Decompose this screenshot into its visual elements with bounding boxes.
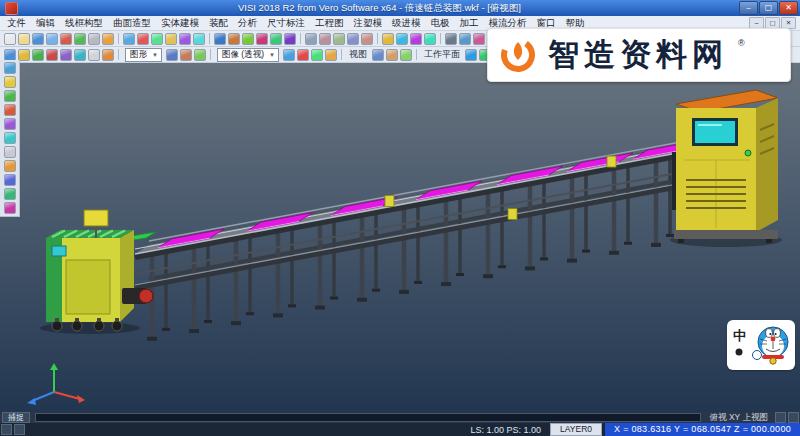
toolbar-icon[interactable] bbox=[88, 33, 100, 45]
menu-item-级进模[interactable]: 级进模 bbox=[387, 16, 426, 30]
toolbar-icon[interactable] bbox=[228, 33, 240, 45]
toolbar-icon[interactable] bbox=[465, 49, 477, 61]
menu-item-实体建模[interactable]: 实体建模 bbox=[156, 16, 204, 30]
toolbar-icon[interactable] bbox=[325, 49, 337, 61]
toolbar-icon[interactable] bbox=[194, 49, 206, 61]
menu-item-加工[interactable]: 加工 bbox=[455, 16, 484, 30]
toolbar-icon[interactable] bbox=[60, 33, 72, 45]
toolbar-icon[interactable] bbox=[102, 33, 114, 45]
status-icon[interactable] bbox=[775, 412, 786, 423]
toolbar-icon[interactable] bbox=[347, 33, 359, 45]
toolbar-icon[interactable] bbox=[473, 33, 485, 45]
toolbar-icon[interactable] bbox=[372, 49, 384, 61]
toolbar-icon[interactable] bbox=[166, 49, 178, 61]
conveyor-line bbox=[135, 138, 702, 341]
toolbar-icon[interactable] bbox=[193, 33, 205, 45]
menu-item-曲面造型[interactable]: 曲面造型 bbox=[108, 16, 156, 30]
toolbar-icon[interactable] bbox=[445, 33, 457, 45]
toolbar-icon[interactable] bbox=[361, 33, 373, 45]
toolbar-icon[interactable] bbox=[305, 33, 317, 45]
maximize-button[interactable]: ▢ bbox=[759, 1, 778, 15]
toolbar-icon[interactable] bbox=[4, 33, 16, 45]
menu-item-电极[interactable]: 电极 bbox=[426, 16, 455, 30]
toolbar-icon[interactable] bbox=[424, 33, 436, 45]
toolbar-icon[interactable] bbox=[214, 33, 226, 45]
minimize-button[interactable]: – bbox=[739, 1, 758, 15]
toolbar-icon[interactable] bbox=[4, 188, 16, 200]
toolbar-icon[interactable] bbox=[32, 49, 44, 61]
toolbar-icon[interactable] bbox=[410, 33, 422, 45]
toolbar-icon[interactable] bbox=[4, 62, 16, 74]
watermark-text: 智造资料网 bbox=[548, 34, 728, 76]
toolbar-separator bbox=[118, 49, 119, 60]
toolbar-separator bbox=[300, 33, 301, 44]
menu-item-工程图[interactable]: 工程图 bbox=[310, 16, 349, 30]
toolbar-icon[interactable] bbox=[297, 49, 309, 61]
toolbar-separator bbox=[416, 49, 417, 60]
toolbar-icon[interactable] bbox=[284, 33, 296, 45]
toolbar-icon[interactable] bbox=[4, 76, 16, 88]
toolbar-icon[interactable] bbox=[180, 49, 192, 61]
toolbar-icon[interactable] bbox=[4, 160, 16, 172]
toolbar-icon[interactable] bbox=[46, 49, 58, 61]
toolbar-icon[interactable] bbox=[319, 33, 331, 45]
toolbar-icon[interactable] bbox=[88, 49, 100, 61]
layer-selector[interactable]: LAYER0 bbox=[550, 423, 602, 436]
toolbar-icon[interactable] bbox=[396, 33, 408, 45]
toolbar-icon[interactable] bbox=[4, 49, 16, 61]
toolbar-icon[interactable] bbox=[151, 33, 163, 45]
status-icon[interactable] bbox=[1, 424, 12, 435]
toolbar-icon[interactable] bbox=[165, 33, 177, 45]
toolbar-icon[interactable] bbox=[4, 174, 16, 186]
view-mode-label[interactable]: 俯视 XY 上视图 bbox=[704, 412, 774, 424]
toolbar-icon[interactable] bbox=[256, 33, 268, 45]
toolbar-icon[interactable] bbox=[4, 90, 16, 102]
toolbar-icon[interactable] bbox=[18, 49, 30, 61]
toolbar-icon[interactable] bbox=[4, 146, 16, 158]
toolbar-icon[interactable] bbox=[382, 33, 394, 45]
toolbar-icon[interactable] bbox=[137, 33, 149, 45]
toolbar-icon[interactable] bbox=[386, 49, 398, 61]
toolbar-icon[interactable] bbox=[283, 49, 295, 61]
toolbar-icon[interactable] bbox=[46, 33, 58, 45]
menu-item-尺寸标注[interactable]: 尺寸标注 bbox=[262, 16, 310, 30]
toolbar-icon[interactable] bbox=[123, 33, 135, 45]
toolbar-icon[interactable] bbox=[4, 202, 16, 214]
toolbar-icon[interactable] bbox=[32, 33, 44, 45]
toolbar-icon[interactable] bbox=[4, 132, 16, 144]
toolbar-icon[interactable] bbox=[179, 33, 191, 45]
menu-item-注塑模[interactable]: 注塑模 bbox=[349, 16, 388, 30]
toolbar-icon[interactable] bbox=[400, 49, 412, 61]
toolbar-icon[interactable] bbox=[102, 49, 114, 61]
toolbar-combo[interactable]: 图形▼ bbox=[125, 48, 162, 62]
menu-item-编辑[interactable]: 编辑 bbox=[31, 16, 60, 30]
toolbar-icon[interactable] bbox=[459, 33, 471, 45]
toolbar-icon[interactable] bbox=[60, 49, 72, 61]
toolbar-icon[interactable] bbox=[4, 118, 16, 130]
toolbar-separator bbox=[118, 33, 119, 44]
toolbar-icon[interactable] bbox=[242, 33, 254, 45]
visi-app-window: VISI 2018 R2 from Vero Software x64 - 倍速… bbox=[0, 0, 800, 436]
viewport-3d[interactable] bbox=[0, 60, 800, 412]
command-input[interactable] bbox=[35, 413, 701, 422]
toolbar-icon[interactable] bbox=[18, 33, 30, 45]
chevron-down-icon: ▼ bbox=[269, 52, 275, 58]
snap-button[interactable]: 捕捉 bbox=[2, 412, 30, 423]
menu-item-线框构型[interactable]: 线框构型 bbox=[60, 16, 108, 30]
left-toolbar bbox=[0, 60, 20, 217]
menu-item-装配[interactable]: 装配 bbox=[204, 16, 233, 30]
status-icon[interactable] bbox=[14, 424, 25, 435]
menu-item-分析[interactable]: 分析 bbox=[233, 16, 262, 30]
toolbar-icon[interactable] bbox=[333, 33, 345, 45]
toolbar-icon[interactable] bbox=[74, 49, 86, 61]
watermark-banner: 智造资料网 ® bbox=[487, 28, 791, 82]
toolbar-combo[interactable]: 图像 (透视)▼ bbox=[217, 48, 279, 62]
toolbar-icon[interactable] bbox=[4, 104, 16, 116]
toolbar-icon[interactable] bbox=[74, 33, 86, 45]
infeed-cart bbox=[40, 210, 156, 334]
toolbar-icon[interactable] bbox=[270, 33, 282, 45]
menu-item-文件[interactable]: 文件 bbox=[2, 16, 31, 30]
status-icon[interactable] bbox=[788, 412, 799, 423]
toolbar-icon[interactable] bbox=[311, 49, 323, 61]
close-button[interactable]: ✕ bbox=[779, 1, 798, 15]
